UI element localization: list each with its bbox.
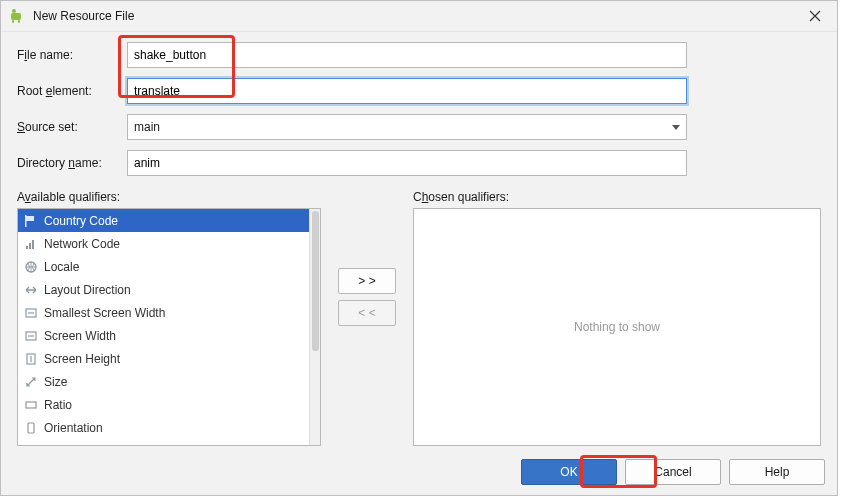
available-qualifiers-label: Available qualifiers:: [17, 190, 321, 204]
close-button[interactable]: [801, 6, 829, 26]
available-qualifier-text: Ratio: [44, 398, 72, 412]
available-qualifier-item[interactable]: Screen Height: [18, 347, 320, 370]
add-qualifier-button[interactable]: > >: [338, 268, 396, 294]
source-set-select[interactable]: main: [127, 114, 687, 140]
file-name-input[interactable]: [127, 42, 687, 68]
source-set-value: main: [134, 120, 160, 134]
available-qualifier-text: Orientation: [44, 421, 103, 435]
available-qualifier-item[interactable]: Network Code: [18, 232, 320, 255]
qualifiers-section: Available qualifiers: Country CodeNetwor…: [17, 186, 821, 446]
available-qualifier-item[interactable]: Ratio: [18, 393, 320, 416]
root-element-label: Root element:: [17, 84, 127, 98]
svg-rect-6: [26, 246, 28, 249]
available-qualifier-item[interactable]: Country Code: [18, 209, 320, 232]
available-qualifier-text: Size: [44, 375, 67, 389]
svg-rect-3: [18, 20, 20, 23]
root-element-input[interactable]: [127, 78, 687, 104]
help-button[interactable]: Help: [729, 459, 825, 485]
source-set-label: Source set:: [17, 120, 127, 134]
available-qualifier-item[interactable]: Size: [18, 370, 320, 393]
flag-icon: [24, 214, 38, 228]
ratio-icon: [24, 398, 38, 412]
window-title: New Resource File: [33, 9, 134, 23]
svg-point-0: [12, 9, 16, 13]
available-qualifier-text: Country Code: [44, 214, 118, 228]
remove-qualifier-button: < <: [338, 300, 396, 326]
available-qualifier-item[interactable]: UI Mode: [18, 439, 320, 445]
available-qualifier-text: Screen Width: [44, 329, 116, 343]
available-qualifier-item[interactable]: Layout Direction: [18, 278, 320, 301]
file-name-row: File name:: [17, 42, 821, 68]
svg-rect-2: [12, 20, 14, 23]
svg-rect-7: [29, 243, 31, 249]
available-qualifier-item[interactable]: Smallest Screen Width: [18, 301, 320, 324]
directory-name-row: Directory name:: [17, 150, 821, 176]
svg-rect-4: [26, 216, 34, 221]
globe-icon: [24, 260, 38, 274]
available-qualifier-item[interactable]: Locale: [18, 255, 320, 278]
source-set-row: Source set: main: [17, 114, 821, 140]
chevron-down-icon: [672, 125, 680, 130]
available-qualifier-text: Locale: [44, 260, 79, 274]
titlebar: New Resource File: [1, 1, 837, 32]
svg-rect-1: [11, 13, 21, 20]
svg-rect-13: [26, 402, 36, 408]
size-icon: [24, 375, 38, 389]
available-qualifiers-list[interactable]: Country CodeNetwork CodeLocaleLayout Dir…: [17, 208, 321, 446]
available-qualifier-text: Screen Height: [44, 352, 120, 366]
available-qualifier-item[interactable]: Screen Width: [18, 324, 320, 347]
android-studio-icon: [9, 8, 25, 24]
uimode-icon: [24, 444, 38, 446]
swidth-icon: [24, 329, 38, 343]
cancel-button[interactable]: Cancel: [625, 459, 721, 485]
root-element-row: Root element:: [17, 78, 821, 104]
sheight-icon: [24, 352, 38, 366]
chosen-empty-text: Nothing to show: [574, 320, 660, 334]
directory-name-input[interactable]: [127, 150, 687, 176]
orient-icon: [24, 421, 38, 435]
chosen-qualifiers-list[interactable]: Nothing to show: [413, 208, 821, 446]
ok-button[interactable]: OK: [521, 459, 617, 485]
harrows-icon: [24, 283, 38, 297]
signal-icon: [24, 237, 38, 251]
available-qualifier-text: Layout Direction: [44, 283, 131, 297]
available-qualifier-text: UI Mode: [44, 444, 89, 446]
directory-name-label: Directory name:: [17, 156, 127, 170]
available-qualifier-item[interactable]: Orientation: [18, 416, 320, 439]
svg-rect-5: [25, 215, 27, 227]
dialog-window: New Resource File File name: Root elemen…: [0, 0, 838, 496]
swidth-icon: [24, 306, 38, 320]
available-qualifier-text: Smallest Screen Width: [44, 306, 165, 320]
svg-rect-14: [28, 423, 34, 433]
dialog-button-bar: OK Cancel Help: [521, 459, 825, 485]
available-qualifier-text: Network Code: [44, 237, 120, 251]
file-name-label: File name:: [17, 48, 127, 62]
chosen-qualifiers-label: Chosen qualifiers:: [413, 190, 821, 204]
scrollbar[interactable]: [309, 209, 320, 445]
svg-rect-8: [32, 240, 34, 249]
